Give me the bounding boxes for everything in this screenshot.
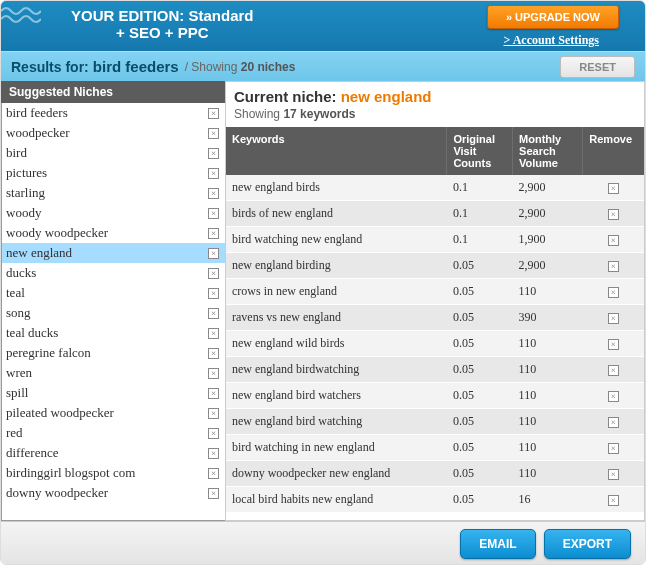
close-icon[interactable]: × [608,261,619,272]
cell-msv: 390 [513,305,583,331]
sidebar-item-label: woodpecker [6,125,208,141]
close-icon[interactable]: × [208,188,219,199]
sidebar-item[interactable]: song× [2,303,225,323]
table-row: ravens vs new england0.05390× [226,305,644,331]
cell-keyword: crows in new england [226,279,447,305]
cell-keyword: birds of new england [226,201,447,227]
close-icon[interactable]: × [608,417,619,428]
sidebar-item[interactable]: peregrine falcon× [2,343,225,363]
cell-remove: × [583,409,644,435]
cell-ovc: 0.05 [447,383,513,409]
close-icon[interactable]: × [208,308,219,319]
close-icon[interactable]: × [208,488,219,499]
close-icon[interactable]: × [208,168,219,179]
cell-msv: 110 [513,279,583,305]
cell-remove: × [583,279,644,305]
table-row: new england bird watchers0.05110× [226,383,644,409]
keyword-table: Keywords Original Visit Counts Monthly S… [226,127,644,513]
sidebar-item-label: new england [6,245,208,261]
sidebar-item-label: peregrine falcon [6,345,208,361]
close-icon[interactable]: × [608,443,619,454]
close-icon[interactable]: × [608,235,619,246]
sidebar-item[interactable]: teal ducks× [2,323,225,343]
niche-list[interactable]: bird feeders×woodpecker×bird×pictures×st… [1,103,225,521]
cell-keyword: new england birdwatching [226,357,447,383]
sidebar-item[interactable]: pileated woodpecker× [2,403,225,423]
cell-remove: × [583,253,644,279]
cell-remove: × [583,227,644,253]
sidebar-item[interactable]: woodpecker× [2,123,225,143]
sidebar-item[interactable]: bird× [2,143,225,163]
close-icon[interactable]: × [208,128,219,139]
close-icon[interactable]: × [208,448,219,459]
close-icon[interactable]: × [608,287,619,298]
close-icon[interactable]: × [608,469,619,480]
close-icon[interactable]: × [608,183,619,194]
cell-ovc: 0.05 [447,409,513,435]
sidebar-item-label: woody woodpecker [6,225,208,241]
reset-button[interactable]: RESET [560,56,635,78]
table-row: crows in new england0.05110× [226,279,644,305]
email-button[interactable]: EMAIL [460,529,535,559]
close-icon[interactable]: × [208,108,219,119]
close-icon[interactable]: × [608,365,619,376]
sidebar-item[interactable]: wren× [2,363,225,383]
sidebar-item[interactable]: ducks× [2,263,225,283]
footer: EMAIL EXPORT [1,521,645,565]
col-monthly-search-volume[interactable]: Monthly Search Volume [513,127,583,175]
close-icon[interactable]: × [208,328,219,339]
close-icon[interactable]: × [208,268,219,279]
col-remove[interactable]: Remove [583,127,644,175]
close-icon[interactable]: × [208,468,219,479]
close-icon[interactable]: × [208,428,219,439]
sidebar-item[interactable]: spill× [2,383,225,403]
results-showing: / Showing 20 niches [185,60,296,74]
cell-ovc: 0.05 [447,331,513,357]
close-icon[interactable]: × [608,495,619,506]
sidebar-item[interactable]: birdinggirl blogspot com× [2,463,225,483]
sidebar-item[interactable]: bird feeders× [2,103,225,123]
export-button[interactable]: EXPORT [544,529,631,559]
close-icon[interactable]: × [208,208,219,219]
sidebar-item[interactable]: pictures× [2,163,225,183]
sidebar-item[interactable]: starling× [2,183,225,203]
keyword-table-scroll[interactable]: Keywords Original Visit Counts Monthly S… [226,127,644,520]
niche-title: Current niche: new england [226,82,644,107]
close-icon[interactable]: × [208,368,219,379]
sidebar: Suggested Niches bird feeders×woodpecker… [1,81,226,521]
cell-ovc: 0.05 [447,435,513,461]
sidebar-item-label: starling [6,185,208,201]
close-icon[interactable]: × [208,228,219,239]
sidebar-item[interactable]: teal× [2,283,225,303]
close-icon[interactable]: × [208,288,219,299]
close-icon[interactable]: × [608,339,619,350]
sidebar-item[interactable]: downy woodpecker× [2,483,225,503]
col-keywords[interactable]: Keywords [226,127,447,175]
sidebar-item-label: teal ducks [6,325,208,341]
sidebar-item[interactable]: woody woodpecker× [2,223,225,243]
cell-keyword: bird watching in new england [226,435,447,461]
sidebar-item-label: spill [6,385,208,401]
sidebar-item[interactable]: difference× [2,443,225,463]
close-icon[interactable]: × [208,248,219,259]
edition-label: YOUR EDITION: [71,7,184,24]
upgrade-button[interactable]: » UPGRADE NOW [487,5,619,29]
sidebar-item[interactable]: red× [2,423,225,443]
close-icon[interactable]: × [608,391,619,402]
close-icon[interactable]: × [208,408,219,419]
cell-remove: × [583,383,644,409]
close-icon[interactable]: × [208,388,219,399]
cell-remove: × [583,201,644,227]
sidebar-item[interactable]: new england× [2,243,225,263]
table-row: downy woodpecker new england0.05110× [226,461,644,487]
close-icon[interactable]: × [608,209,619,220]
close-icon[interactable]: × [208,148,219,159]
sidebar-item-label: birdinggirl blogspot com [6,465,208,481]
app-window: YOUR EDITION: Standard + SEO + PPC » UPG… [0,0,646,565]
sidebar-item[interactable]: woody× [2,203,225,223]
close-icon[interactable]: × [208,348,219,359]
cell-keyword: downy woodpecker new england [226,461,447,487]
close-icon[interactable]: × [608,313,619,324]
col-original-visit-counts[interactable]: Original Visit Counts [447,127,513,175]
account-settings-link[interactable]: > Account Settings [503,33,599,48]
